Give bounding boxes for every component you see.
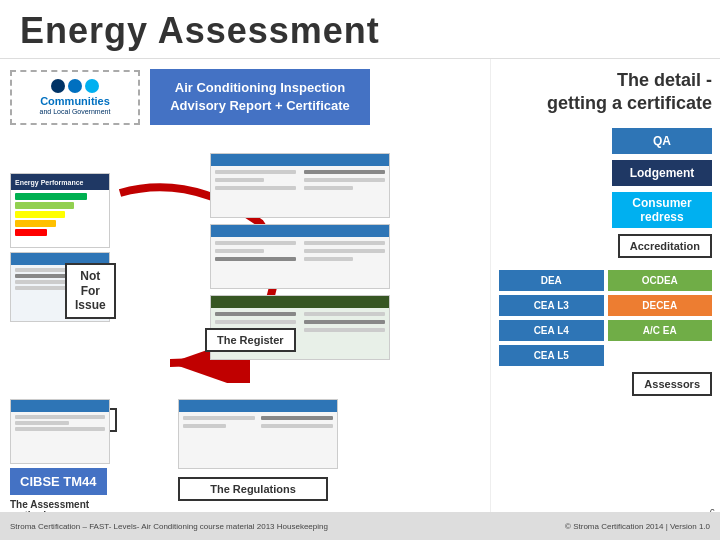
epc-bar-d xyxy=(15,220,56,227)
lodgement-row: Lodgement xyxy=(499,160,712,186)
accreditation-row: Accreditation xyxy=(499,234,712,264)
epc-bar-c xyxy=(15,211,65,218)
epc-card: Energy Performance xyxy=(10,173,110,248)
advisory-line2: Advisory Report + Certificate xyxy=(170,98,350,113)
header: Energy Assessment xyxy=(0,0,720,59)
decea-button[interactable]: DECEA xyxy=(608,295,713,316)
advisory-box: Air Conditioning Inspection Advisory Rep… xyxy=(150,69,370,125)
epc-bar-e xyxy=(15,229,47,236)
assessors-row: Assessors xyxy=(499,372,712,402)
cea-l3-button[interactable]: CEA L3 xyxy=(499,295,604,316)
left-section: Communities and Local Government Air Con… xyxy=(0,59,490,540)
cibse-section: CIBSE TM44 The Assessment methods xyxy=(10,399,120,521)
doc-wide-2 xyxy=(210,224,390,289)
top-bar: Communities and Local Government Air Con… xyxy=(10,69,480,125)
logo-circle-3 xyxy=(85,79,99,93)
consumer-redress-button[interactable]: Consumer redress xyxy=(612,192,712,228)
assessors-grid: DEA OCDEA CEA L3 DECEA CEA L4 A/C EA CEA… xyxy=(499,270,712,366)
cea-l4-button[interactable]: CEA L4 xyxy=(499,320,604,341)
qa-row: QA xyxy=(499,128,712,154)
main-content: Communities and Local Government Air Con… xyxy=(0,59,720,540)
lodgement-button[interactable]: Lodgement xyxy=(612,160,712,186)
cea-l5-button[interactable]: CEA L5 xyxy=(499,345,604,366)
right-section: The detail - getting a certificate QA Lo… xyxy=(490,59,720,540)
logo-circles xyxy=(51,79,99,93)
doc-wide-1 xyxy=(210,153,390,218)
cibse-tm44-button[interactable]: CIBSE TM44 xyxy=(10,468,107,495)
footer-bar: Stroma Certification – FAST- Levels- Air… xyxy=(0,512,720,540)
epc-bar-a xyxy=(15,193,87,200)
dea-button[interactable]: DEA xyxy=(499,270,604,291)
footer-left: Stroma Certification – FAST- Levels- Air… xyxy=(10,522,328,531)
logo-sub: and Local Government xyxy=(40,108,111,115)
footer-right: © Stroma Certification 2014 | Version 1.… xyxy=(565,522,710,531)
not-for-issue-label: Not For Issue xyxy=(65,263,116,318)
logo-name: Communities xyxy=(40,95,110,108)
logo-box: Communities and Local Government xyxy=(10,70,140,125)
page-title: Energy Assessment xyxy=(20,10,700,52)
assessors-label: Assessors xyxy=(632,372,712,396)
epc-card-top: Energy Performance xyxy=(11,174,109,190)
consumer-redress-row: Consumer redress xyxy=(499,192,712,228)
epc-bars xyxy=(11,190,109,241)
ocdea-button[interactable]: OCDEA xyxy=(608,270,713,291)
qa-button[interactable]: QA xyxy=(612,128,712,154)
epc-bar-b xyxy=(15,202,74,209)
ac-ea-button[interactable]: A/C EA xyxy=(608,320,713,341)
advisory-line1: Air Conditioning Inspection xyxy=(175,80,345,95)
regulations-doc xyxy=(178,399,338,469)
bottom-cards-row: CIBSE TM44 The Assessment methods xyxy=(10,399,338,521)
accreditation-label: Accreditation xyxy=(618,234,712,258)
register-label: The Register xyxy=(205,328,296,352)
logo-circle-1 xyxy=(51,79,65,93)
regulations-label: The Regulations xyxy=(178,477,328,501)
bottom-doc-1 xyxy=(10,399,110,464)
detail-title: The detail - getting a certificate xyxy=(499,69,712,116)
regulations-section: The Regulations xyxy=(178,399,338,521)
logo-circle-2 xyxy=(68,79,82,93)
